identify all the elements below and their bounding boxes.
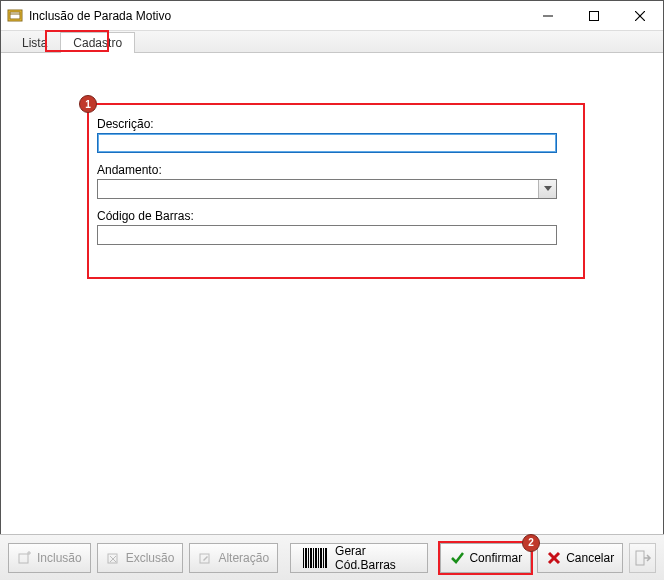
annotation-marker-1: 1: [79, 95, 97, 113]
form: Descrição: Andamento: Código de Barras:: [97, 117, 573, 255]
svg-rect-1: [10, 12, 20, 19]
exit-button: [629, 543, 656, 573]
cancelar-label: Cancelar: [566, 551, 614, 565]
inclusao-icon: [17, 550, 33, 566]
label-andamento: Andamento:: [97, 163, 573, 177]
gerarcodbarras-button[interactable]: Gerar Cód.Barras: [290, 543, 428, 573]
minimize-button[interactable]: [525, 1, 571, 30]
label-descricao: Descrição:: [97, 117, 573, 131]
maximize-button[interactable]: [571, 1, 617, 30]
app-icon: [7, 8, 23, 24]
bottom-toolbar: Inclusão Exclusão Alteração Gerar Cód.Ba…: [0, 534, 664, 580]
confirmar-button[interactable]: Confirmar: [440, 543, 531, 573]
inclusao-button: Inclusão: [8, 543, 91, 573]
cancel-icon: [546, 550, 562, 566]
cancelar-button[interactable]: Cancelar: [537, 543, 623, 573]
input-descricao[interactable]: [97, 133, 557, 153]
close-button[interactable]: [617, 1, 663, 30]
input-codigobarras[interactable]: [97, 225, 557, 245]
svg-rect-16: [636, 551, 644, 565]
tab-bar: Lista Cadastro: [1, 31, 663, 53]
alteracao-button: Alteração: [189, 543, 278, 573]
window-controls: [525, 1, 663, 30]
title-bar: Inclusão de Parada Motivo: [1, 1, 663, 31]
svg-rect-7: [19, 554, 28, 563]
gerarcodbarras-label: Gerar Cód.Barras: [335, 544, 415, 572]
tab-lista[interactable]: Lista: [9, 32, 60, 53]
barcode-icon: [303, 548, 327, 568]
svg-rect-4: [590, 11, 599, 20]
alteracao-icon: [198, 550, 214, 566]
field-codigobarras: Código de Barras:: [97, 209, 573, 245]
exclusao-button: Exclusão: [97, 543, 184, 573]
select-andamento[interactable]: [97, 179, 557, 199]
confirmar-label: Confirmar: [469, 551, 522, 565]
label-codigobarras: Código de Barras:: [97, 209, 573, 223]
window-title: Inclusão de Parada Motivo: [29, 9, 525, 23]
field-andamento: Andamento:: [97, 163, 573, 199]
chevron-down-icon[interactable]: [538, 180, 556, 198]
check-icon: [449, 550, 465, 566]
exit-icon: [634, 549, 652, 567]
inclusao-label: Inclusão: [37, 551, 82, 565]
exclusao-label: Exclusão: [126, 551, 175, 565]
tab-cadastro[interactable]: Cadastro: [60, 32, 135, 53]
content-area: 1 Descrição: Andamento: Código de Barras…: [1, 53, 663, 533]
alteracao-label: Alteração: [218, 551, 269, 565]
select-andamento-value[interactable]: [97, 179, 557, 199]
exclusao-icon: [106, 550, 122, 566]
field-descricao: Descrição:: [97, 117, 573, 153]
